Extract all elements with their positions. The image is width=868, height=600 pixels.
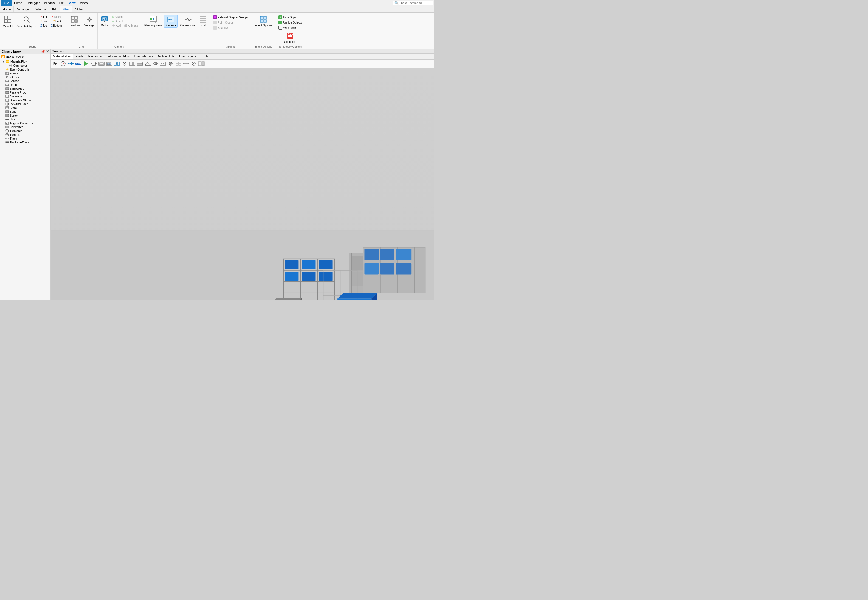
tab-fluids[interactable]: Fluids [73, 54, 86, 59]
tree-item-eventcontroller[interactable]: ⚡ EventController [0, 68, 50, 71]
tree-item-dismantlestation[interactable]: DismantleStation [0, 98, 50, 102]
conveyor-btn[interactable] [75, 61, 82, 67]
view-all-btn[interactable]: View All [2, 15, 14, 29]
tab-material-flow[interactable]: Material Flow [51, 54, 73, 59]
menu-window[interactable]: Window [42, 0, 57, 6]
grid-btn[interactable]: Grid [198, 15, 208, 28]
clock-tool-btn[interactable] [59, 61, 67, 67]
tool17[interactable] [175, 61, 182, 67]
menu-home[interactable]: Home [12, 0, 24, 6]
menu-debugger[interactable]: Debugger [24, 0, 42, 6]
back-view-btn[interactable]: Y Back [52, 19, 63, 23]
tool14[interactable] [152, 61, 159, 67]
select-tool-btn[interactable] [52, 61, 59, 67]
tree-item-parallelproc[interactable]: ParallelProc [0, 91, 50, 94]
settings-btn[interactable]: Settings [83, 15, 95, 28]
tool20[interactable] [198, 61, 205, 67]
tree-item-twolanetack[interactable]: TwoLaneTrack [0, 141, 50, 144]
tree-item-pickandplace[interactable]: PickAndPlace [0, 102, 50, 106]
tree-item-turnplate[interactable]: Turnplate [0, 133, 50, 136]
obstacles-btn[interactable]: Obstacles [283, 31, 298, 44]
tool8[interactable] [106, 61, 113, 67]
menu-video[interactable]: Video [78, 0, 90, 6]
tool7[interactable] [98, 61, 105, 67]
tab-edit[interactable]: Edit [49, 6, 61, 12]
menu-view[interactable]: View [67, 0, 78, 6]
ribbon-group-temp-options: 👁 Hide Object Unhide Objects Wireframes [276, 13, 305, 49]
animate-btn[interactable]: 🎬 Animate [123, 24, 139, 28]
tab-user-interface[interactable]: User Interface [132, 54, 156, 59]
tree-item-interface[interactable]: Interface [0, 75, 50, 79]
tree-item-line[interactable]: Line [0, 117, 50, 121]
wireframes-btn[interactable]: Wireframes [277, 25, 298, 30]
tree-item-turntable[interactable]: Turntable [0, 129, 50, 133]
search-input[interactable] [398, 2, 432, 5]
tool12[interactable] [136, 61, 144, 67]
tool10[interactable] [121, 61, 128, 67]
flow-arrow-btn[interactable] [67, 61, 74, 67]
connections-btn[interactable]: Connections [179, 15, 197, 28]
tool16[interactable] [167, 61, 174, 67]
file-menu[interactable]: File [1, 0, 12, 6]
pin-btn[interactable]: 📌 [41, 50, 45, 53]
svg-marker-120 [145, 62, 150, 65]
obstacles-label: Obstacles [284, 40, 296, 43]
tree-item-track[interactable]: Track [0, 136, 50, 141]
external-graphic-groups-btn[interactable]: External Graphic Groups [212, 15, 249, 20]
viewport[interactable]: X Z Y [51, 68, 434, 300]
basis-header[interactable]: B Basis (76/80) [0, 54, 50, 59]
attach-btn[interactable]: ▶ Attach [111, 15, 139, 19]
run-btn[interactable] [83, 61, 90, 67]
unhide-objects-btn[interactable]: Unhide Objects [277, 20, 303, 25]
tool19[interactable] [190, 61, 197, 67]
tree-item-source[interactable]: Source [0, 79, 50, 83]
marks-btn[interactable]: Marks [99, 15, 110, 28]
tree-item-converter[interactable]: Converter [0, 125, 50, 129]
shadows-btn[interactable]: Shadows [212, 25, 230, 30]
class-tree[interactable]: B Basis (76/80) ▼ MF MaterialFlow → [0, 54, 50, 300]
tab-debugger[interactable]: Debugger [14, 6, 33, 12]
close-library-btn[interactable]: ✕ [46, 50, 49, 53]
tree-item-connector[interactable]: → Connector [0, 64, 50, 68]
tree-item-angularconverter[interactable]: AngularConverter [0, 121, 50, 125]
tab-tools[interactable]: Tools [199, 54, 211, 59]
left-view-btn[interactable]: ✕ Left [39, 15, 49, 19]
tool11[interactable] [129, 61, 136, 67]
inherit-options-btn[interactable]: Inherit Options [253, 15, 274, 28]
tree-item-assembly[interactable]: Assembly [0, 94, 50, 98]
hide-object-btn[interactable]: 👁 Hide Object [277, 15, 299, 20]
tree-item-sorter[interactable]: Sorter [0, 114, 50, 117]
tool9[interactable] [113, 61, 120, 67]
bottom-view-btn[interactable]: Z Bottom [49, 24, 63, 28]
tree-item-frame[interactable]: Frame [0, 71, 50, 75]
buffer-tool-btn[interactable] [90, 61, 97, 67]
tab-resources[interactable]: Resources [86, 54, 105, 59]
detach-btn[interactable]: ◀ Detach [111, 19, 139, 23]
tool15[interactable] [159, 61, 167, 67]
add-btn[interactable]: ➕ Add [111, 24, 122, 28]
transform-btn[interactable]: Transform [67, 15, 82, 28]
top-view-btn[interactable]: Z Top [39, 24, 48, 28]
planning-view-btn[interactable]: Planning View [143, 15, 163, 28]
svg-rect-179 [285, 271, 299, 281]
menu-edit[interactable]: Edit [57, 0, 67, 6]
tool13[interactable] [144, 61, 151, 67]
tab-user-objects[interactable]: User Objects [177, 54, 199, 59]
tree-item-buffer[interactable]: Buffer [0, 110, 50, 114]
right-view-btn[interactable]: ✕ Right [50, 15, 62, 19]
tree-item-singleproc[interactable]: SingleProc [0, 87, 50, 91]
tree-item-store[interactable]: Store [0, 106, 50, 110]
front-view-btn[interactable]: Y Front [39, 19, 50, 23]
tab-mobile-units[interactable]: Mobile Units [156, 54, 177, 59]
tab-view[interactable]: View [61, 6, 73, 12]
zoom-to-objects-btn[interactable]: Zoom to Objects [15, 15, 38, 29]
names-btn[interactable]: ABC Names ▾ [164, 15, 177, 28]
tool18[interactable] [182, 61, 189, 67]
tree-item-drain[interactable]: Drain [0, 83, 50, 87]
tab-information-flow[interactable]: Information Flow [105, 54, 132, 59]
point-clouds-btn[interactable]: Point Clouds [212, 20, 235, 25]
tree-item-materialflow[interactable]: ▼ MF MaterialFlow [0, 59, 50, 64]
tab-video[interactable]: Video [73, 6, 86, 12]
tab-window[interactable]: Window [33, 6, 49, 12]
tab-home[interactable]: Home [0, 6, 14, 12]
